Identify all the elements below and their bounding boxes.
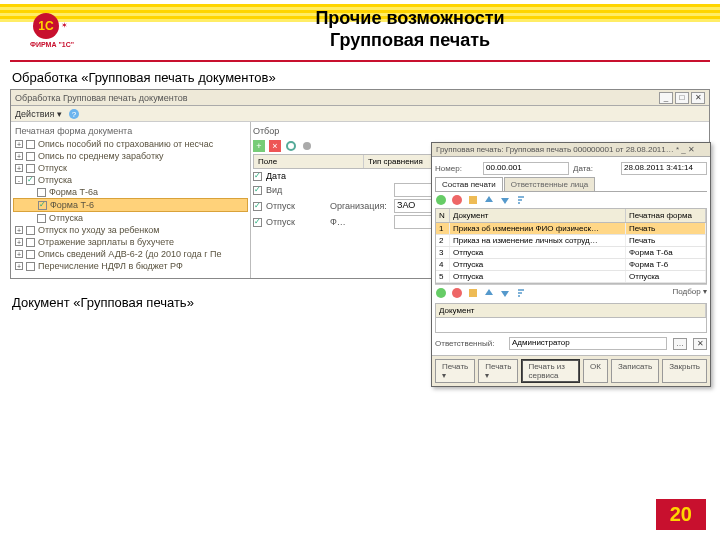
tree-panel: Печатная форма документа +Опись пособий … bbox=[11, 122, 251, 278]
tree-child[interactable]: Форма Т-6а bbox=[13, 186, 248, 198]
tree-label: Перечисление НДФЛ в бюджет РФ bbox=[38, 261, 183, 271]
checkbox[interactable] bbox=[26, 238, 35, 247]
tree-row[interactable]: +Опись по среднему заработку bbox=[13, 150, 248, 162]
tree-row[interactable]: +Опись сведений АДВ-6-2 (до 2010 года г … bbox=[13, 248, 248, 260]
number-input[interactable]: 00.00.001 bbox=[483, 162, 569, 175]
tree-row[interactable]: +Опись пособий по страхованию от несчас bbox=[13, 138, 248, 150]
svg-point-9 bbox=[452, 195, 462, 205]
expand-icon[interactable]: + bbox=[15, 250, 23, 258]
edit-icon[interactable] bbox=[467, 194, 479, 206]
checkbox[interactable] bbox=[26, 226, 35, 235]
checkbox[interactable] bbox=[26, 164, 35, 173]
actions-menu[interactable]: Действия ▾ bbox=[15, 109, 62, 119]
ok-button[interactable]: ОК bbox=[583, 359, 608, 383]
svg-point-6 bbox=[287, 142, 295, 150]
tree-row[interactable]: +Отражение зарплаты в бухучете bbox=[13, 236, 248, 248]
title-line1: Прочие возможности bbox=[112, 8, 708, 30]
add-icon[interactable]: + bbox=[253, 140, 265, 152]
cell-form: Печать bbox=[626, 223, 706, 234]
cell-form: Печать bbox=[626, 235, 706, 246]
remove-icon[interactable] bbox=[451, 194, 463, 206]
down-icon[interactable] bbox=[499, 287, 511, 299]
print2-button[interactable]: Печать ▾ bbox=[478, 359, 518, 383]
add-icon[interactable] bbox=[435, 287, 447, 299]
gear-icon[interactable] bbox=[301, 140, 313, 152]
refresh-icon[interactable] bbox=[285, 140, 297, 152]
lookup-button[interactable]: … bbox=[673, 338, 687, 350]
tab-contents[interactable]: Состав печати bbox=[435, 177, 503, 191]
print-service-button[interactable]: Печать из сервиса bbox=[521, 359, 580, 383]
dialog-group-print: Групповая печать: Групповая печать 00000… bbox=[431, 142, 711, 387]
table-row[interactable]: 2Приказ на изменение личных сотруд…Печат… bbox=[436, 235, 706, 247]
expand-icon[interactable]: + bbox=[15, 140, 23, 148]
expand-icon[interactable]: + bbox=[15, 238, 23, 246]
expand-icon[interactable]: + bbox=[15, 226, 23, 234]
table-row[interactable]: 1Приказ об изменении ФИО физическ…Печать bbox=[436, 223, 706, 235]
checkbox[interactable] bbox=[26, 176, 35, 185]
tree-row[interactable]: +Отпуск по уходу за ребенком bbox=[13, 224, 248, 236]
sort-icon[interactable] bbox=[515, 194, 527, 206]
checkbox[interactable] bbox=[37, 188, 46, 197]
close-button[interactable]: ✕ bbox=[691, 92, 705, 104]
filter-section-label: Отбор bbox=[253, 126, 707, 136]
cell-form: Форма Т-6 bbox=[626, 259, 706, 270]
tree-child[interactable]: Форма Т-6 bbox=[13, 198, 248, 212]
maximize-button[interactable]: □ bbox=[675, 92, 689, 104]
checkbox[interactable] bbox=[38, 201, 47, 210]
cell-form: Отпуска bbox=[626, 271, 706, 282]
table-row[interactable]: 3ОтпускаФорма Т-6а bbox=[436, 247, 706, 259]
checkbox[interactable] bbox=[37, 214, 46, 223]
col-n: N bbox=[436, 209, 450, 222]
tree-row[interactable]: +Перечисление НДФЛ в бюджет РФ bbox=[13, 260, 248, 272]
expand-icon[interactable]: + bbox=[15, 262, 23, 270]
tree-child[interactable]: Отпуска bbox=[13, 212, 248, 224]
table-row[interactable]: 4ОтпускаФорма Т-6 bbox=[436, 259, 706, 271]
svg-point-11 bbox=[436, 288, 446, 298]
up-icon[interactable] bbox=[483, 194, 495, 206]
tree-label: Опись по среднему заработку bbox=[38, 151, 164, 161]
expand-icon[interactable]: + bbox=[15, 152, 23, 160]
expand-icon[interactable]: - bbox=[15, 176, 23, 184]
hint: Организация: bbox=[330, 201, 390, 211]
down-icon[interactable] bbox=[499, 194, 511, 206]
cell-n: 2 bbox=[436, 235, 450, 246]
up-icon[interactable] bbox=[483, 287, 495, 299]
tree-label: Отражение зарплаты в бухучете bbox=[38, 237, 174, 247]
logo-firm-text: ФИРМА "1С" bbox=[30, 41, 74, 48]
checkbox[interactable] bbox=[26, 152, 35, 161]
delete-icon[interactable]: × bbox=[269, 140, 281, 152]
pick-menu[interactable]: Подбор ▾ bbox=[673, 287, 707, 299]
close-button[interactable]: Закрыть bbox=[662, 359, 707, 383]
checkbox[interactable] bbox=[253, 218, 262, 227]
caption-1: Обработка «Групповая печать документов» bbox=[12, 70, 708, 85]
cell-n: 5 bbox=[436, 271, 450, 282]
save-button[interactable]: Записать bbox=[611, 359, 659, 383]
checkbox[interactable] bbox=[26, 262, 35, 271]
remove-icon[interactable] bbox=[451, 287, 463, 299]
responsible-input[interactable]: Администратор bbox=[509, 337, 667, 350]
checkbox[interactable] bbox=[26, 250, 35, 259]
filter-check[interactable] bbox=[253, 172, 262, 181]
tree-row[interactable]: +Отпуск bbox=[13, 162, 248, 174]
clear-button[interactable]: ✕ bbox=[693, 338, 707, 350]
tree-row[interactable]: -Отпуска bbox=[13, 174, 248, 186]
tree-label: Отпуска bbox=[49, 213, 83, 223]
expand-icon[interactable]: + bbox=[15, 164, 23, 172]
date-input[interactable]: 28.08.2011 3:41:14 bbox=[621, 162, 707, 175]
cell-doc: Приказ на изменение личных сотруд… bbox=[450, 235, 626, 246]
help-icon[interactable]: ? bbox=[68, 108, 80, 120]
add-icon[interactable] bbox=[435, 194, 447, 206]
tab-responsible[interactable]: Ответственные лица bbox=[504, 177, 596, 191]
svg-text:?: ? bbox=[72, 110, 77, 119]
sort-icon[interactable] bbox=[515, 287, 527, 299]
checkbox[interactable] bbox=[253, 186, 262, 195]
minimize-button[interactable]: _ bbox=[659, 92, 673, 104]
svg-rect-10 bbox=[469, 196, 477, 204]
tree-label: Опись пособий по страхованию от несчас bbox=[38, 139, 213, 149]
field-label: Отпуск bbox=[266, 201, 326, 211]
table-row[interactable]: 5ОтпускаОтпуска bbox=[436, 271, 706, 283]
print-button[interactable]: Печать ▾ bbox=[435, 359, 475, 383]
checkbox[interactable] bbox=[253, 202, 262, 211]
edit-icon[interactable] bbox=[467, 287, 479, 299]
checkbox[interactable] bbox=[26, 140, 35, 149]
